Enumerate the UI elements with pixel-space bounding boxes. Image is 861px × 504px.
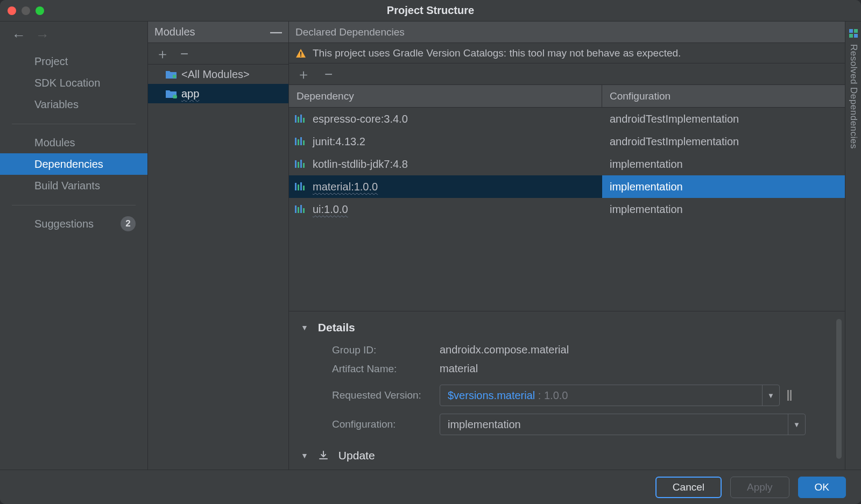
svg-rect-0 (173, 75, 176, 78)
module-app[interactable]: app (148, 84, 288, 103)
remove-module-button[interactable]: − (180, 47, 188, 61)
svg-rect-9 (298, 139, 299, 145)
zoom-window-button[interactable] (36, 6, 44, 15)
warning-text: This project uses Gradle Version Catalog… (313, 47, 681, 59)
minimize-window-button[interactable] (22, 6, 30, 15)
nav-label: SDK Location (34, 77, 100, 89)
nav-back-icon[interactable]: ← (12, 27, 26, 44)
window-title: Project Structure (387, 4, 474, 17)
resolved-dependencies-tab[interactable]: Resolved Dependencies (845, 22, 861, 470)
svg-rect-2 (300, 52, 301, 55)
nav-separator (12, 205, 136, 205)
svg-rect-27 (854, 29, 858, 33)
svg-rect-20 (295, 205, 297, 213)
project-structure-window: Project Structure ← → Project SDK Locati… (0, 0, 861, 504)
svg-rect-14 (300, 160, 302, 168)
svg-rect-5 (298, 117, 299, 123)
nav-item-sdk-location[interactable]: SDK Location (0, 72, 147, 94)
ok-button[interactable]: OK (798, 477, 846, 498)
svg-rect-21 (298, 207, 299, 213)
svg-rect-15 (303, 163, 305, 168)
svg-rect-10 (300, 137, 302, 145)
apply-button[interactable]: Apply (730, 477, 789, 498)
nav-forward-icon[interactable]: → (36, 27, 50, 44)
chevron-down-icon[interactable]: ▼ (762, 385, 779, 406)
svg-rect-22 (300, 205, 302, 213)
add-module-button[interactable]: ＋ (156, 47, 170, 61)
group-id-value: androidx.compose.material (440, 344, 569, 356)
svg-rect-3 (300, 55, 301, 56)
module-all-modules[interactable]: <All Modules> (148, 65, 288, 84)
dependency-row[interactable]: material:1.0.0 implementation (289, 175, 845, 198)
resolved-deps-icon (848, 28, 859, 39)
configuration-dropdown[interactable]: implementation ▼ (440, 414, 806, 435)
svg-rect-12 (295, 160, 297, 168)
svg-rect-18 (300, 182, 302, 190)
library-icon (294, 159, 306, 169)
module-folder-icon (165, 69, 177, 79)
nav-label: Project (34, 55, 68, 68)
dialog-footer: Cancel Apply OK (0, 470, 861, 504)
module-folder-icon (165, 89, 177, 98)
cancel-button[interactable]: Cancel (655, 477, 722, 498)
dependency-configuration: implementation (610, 203, 683, 216)
th-configuration[interactable]: Configuration (602, 85, 845, 107)
th-dependency[interactable]: Dependency (289, 85, 602, 107)
requested-version-dropdown[interactable]: $versions.material : 1.0.0 ▼ (440, 385, 780, 406)
module-label: <All Modules> (181, 68, 250, 81)
group-id-label: Group ID: (332, 344, 440, 356)
requested-version-label: Requested Version: (332, 389, 440, 401)
configuration-label: Configuration: (332, 418, 440, 430)
dependencies-table-header: Dependency Configuration (289, 85, 845, 108)
nav-item-dependencies[interactable]: Dependencies (0, 153, 147, 175)
nav-label: Suggestions (34, 218, 94, 230)
version-resolved: 1.0.0 (544, 389, 568, 401)
scrollbar[interactable] (836, 319, 842, 459)
module-label: app (181, 88, 199, 100)
nav-item-project[interactable]: Project (0, 51, 147, 72)
svg-rect-6 (300, 115, 302, 123)
nav-item-suggestions[interactable]: Suggestions2 (0, 213, 147, 235)
details-panel: ▼ Details Group ID: androidx.compose.mat… (289, 311, 845, 470)
svg-rect-29 (854, 34, 858, 38)
dependency-row[interactable]: kotlin-stdlib-jdk7:4.8 implementation (289, 153, 845, 175)
svg-rect-13 (298, 162, 299, 168)
download-icon (318, 450, 329, 461)
add-dependency-button[interactable]: ＋ (297, 67, 310, 81)
svg-rect-16 (295, 183, 297, 190)
dependencies-list: espresso-core:3.4.0 androidTestImplement… (289, 108, 845, 221)
dependency-configuration: androidTestImplementation (610, 136, 739, 148)
modules-tree: <All Modules> app (148, 65, 288, 470)
close-window-button[interactable] (8, 6, 16, 15)
declared-dependencies-header: Declared Dependencies (289, 22, 845, 43)
chevron-down-icon[interactable]: ▼ (301, 323, 308, 332)
dependency-configuration: implementation (610, 158, 683, 171)
version-variable: $versions.material (448, 389, 535, 401)
svg-rect-11 (303, 140, 305, 145)
svg-rect-4 (295, 115, 297, 123)
nav-item-build-variants[interactable]: Build Variants (0, 175, 147, 196)
svg-rect-19 (303, 186, 305, 190)
dependency-name: junit:4.13.2 (313, 136, 365, 148)
chevron-down-icon[interactable]: ▼ (301, 451, 308, 460)
dependency-configuration: implementation (610, 181, 683, 193)
chevron-down-icon[interactable]: ▼ (788, 414, 805, 435)
dependency-row[interactable]: espresso-core:3.4.0 androidTestImplement… (289, 108, 845, 130)
nav-item-modules[interactable]: Modules (0, 132, 147, 153)
nav-label: Modules (34, 137, 75, 149)
remove-dependency-button[interactable]: − (324, 67, 333, 81)
svg-rect-7 (303, 118, 305, 123)
nav-separator (12, 124, 136, 124)
minimize-icon[interactable]: — (270, 25, 282, 39)
nav-item-variables[interactable]: Variables (0, 94, 147, 115)
version-stepper-icon[interactable] (784, 389, 795, 402)
resolved-deps-label: Resolved Dependencies (848, 44, 859, 149)
library-icon (294, 204, 306, 214)
svg-rect-25 (790, 390, 792, 401)
dependency-row[interactable]: junit:4.13.2 androidTestImplementation (289, 130, 845, 153)
modules-header: Modules — (148, 22, 288, 43)
dependency-configuration: androidTestImplementation (610, 113, 739, 125)
nav-label: Dependencies (34, 158, 103, 171)
dependency-row[interactable]: ui:1.0.0 implementation (289, 198, 845, 221)
artifact-name-label: Artifact Name: (332, 363, 440, 375)
